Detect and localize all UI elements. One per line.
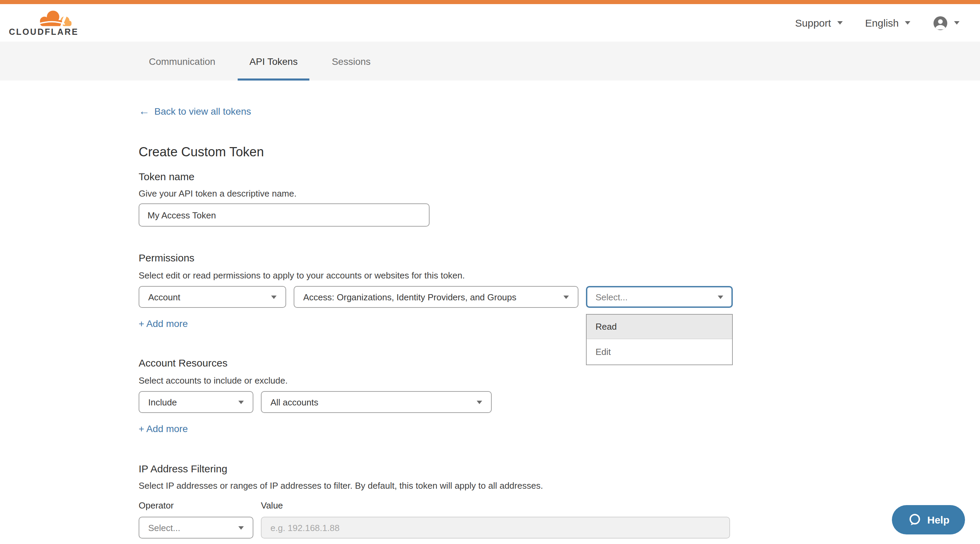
- token-name-heading: Token name: [138, 171, 980, 182]
- resource-mode-value: Include: [148, 397, 177, 407]
- permission-level-menu: Read Edit: [586, 314, 733, 365]
- cloudflare-logo[interactable]: CLOUDFLARE: [9, 9, 79, 37]
- resource-scope-value: All accounts: [270, 397, 318, 407]
- permission-level-wrap: Select... Read Edit: [586, 286, 733, 308]
- main-content: ← Back to view all tokens Create Custom …: [0, 81, 980, 539]
- chevron-down-icon: [238, 526, 244, 529]
- chevron-down-icon: [837, 21, 843, 25]
- permission-scope-select[interactable]: Account: [138, 286, 286, 308]
- token-name-input[interactable]: [138, 203, 430, 227]
- chevron-down-icon: [905, 21, 910, 25]
- account-resources-heading: Account Resources: [138, 357, 980, 369]
- profile-tab-bar: Communication API Tokens Sessions: [0, 42, 980, 81]
- ip-filtering-labels: Operator Value: [138, 500, 980, 511]
- permissions-description: Select edit or read permissions to apply…: [138, 271, 980, 281]
- page-root: CLOUDFLARE Support English: [0, 0, 980, 544]
- user-avatar-icon: [933, 15, 948, 30]
- operator-label: Operator: [138, 500, 261, 511]
- ip-value-input[interactable]: [261, 517, 730, 539]
- ip-filtering-heading: IP Address Filtering: [138, 463, 980, 474]
- permissions-add-more-link[interactable]: + Add more: [138, 318, 188, 329]
- permissions-row: Account Access: Organizations, Identity …: [138, 286, 980, 308]
- account-resources-row: Include All accounts: [138, 391, 980, 413]
- chevron-down-icon: [718, 295, 723, 299]
- permission-resource-value: Access: Organizations, Identity Provider…: [303, 292, 516, 302]
- account-menu[interactable]: [933, 15, 959, 30]
- global-header: CLOUDFLARE Support English: [0, 4, 980, 42]
- tab-communication[interactable]: Communication: [137, 42, 227, 81]
- header-menus: Support English: [795, 15, 960, 30]
- tab-api-tokens[interactable]: API Tokens: [238, 42, 309, 81]
- support-menu-label: Support: [795, 17, 831, 29]
- ip-operator-select[interactable]: Select...: [138, 517, 253, 539]
- permissions-heading: Permissions: [138, 252, 980, 263]
- menu-option-edit[interactable]: Edit: [587, 339, 732, 365]
- cloudflare-cloud-icon: [33, 9, 75, 28]
- language-menu-label: English: [865, 17, 899, 29]
- menu-option-read[interactable]: Read: [587, 315, 732, 339]
- page-title: Create Custom Token: [138, 145, 980, 160]
- ip-operator-placeholder: Select...: [148, 522, 180, 533]
- resource-mode-select[interactable]: Include: [138, 391, 253, 413]
- chevron-down-icon: [954, 21, 959, 25]
- permission-level-select[interactable]: Select...: [586, 286, 733, 308]
- chat-bubble-icon: [907, 512, 922, 527]
- language-menu[interactable]: English: [865, 17, 910, 29]
- permission-resource-select[interactable]: Access: Organizations, Identity Provider…: [294, 286, 578, 308]
- help-button[interactable]: Help: [892, 505, 965, 534]
- ip-filtering-row: Select...: [138, 517, 980, 539]
- arrow-left-icon: ←: [138, 106, 150, 117]
- permission-scope-value: Account: [148, 292, 180, 302]
- logo-wordmark: CLOUDFLARE: [9, 29, 79, 37]
- chevron-down-icon: [271, 295, 277, 299]
- back-link-label: Back to view all tokens: [154, 106, 251, 117]
- chevron-down-icon: [563, 295, 569, 299]
- chevron-down-icon: [238, 400, 244, 404]
- resource-scope-select[interactable]: All accounts: [261, 391, 492, 413]
- token-name-description: Give your API token a descriptive name.: [138, 189, 980, 198]
- account-resources-description: Select accounts to include or exclude.: [138, 376, 980, 385]
- chevron-down-icon: [477, 400, 482, 404]
- brand-accent-bar: [0, 0, 980, 4]
- value-label: Value: [261, 500, 283, 511]
- account-resources-add-more-link[interactable]: + Add more: [138, 423, 188, 434]
- support-menu[interactable]: Support: [795, 17, 843, 29]
- tab-sessions[interactable]: Sessions: [320, 42, 382, 81]
- permission-level-placeholder: Select...: [595, 292, 628, 302]
- help-button-label: Help: [927, 514, 949, 526]
- ip-filtering-description: Select IP addresses or ranges of IP addr…: [138, 481, 980, 491]
- back-to-tokens-link[interactable]: ← Back to view all tokens: [138, 106, 251, 117]
